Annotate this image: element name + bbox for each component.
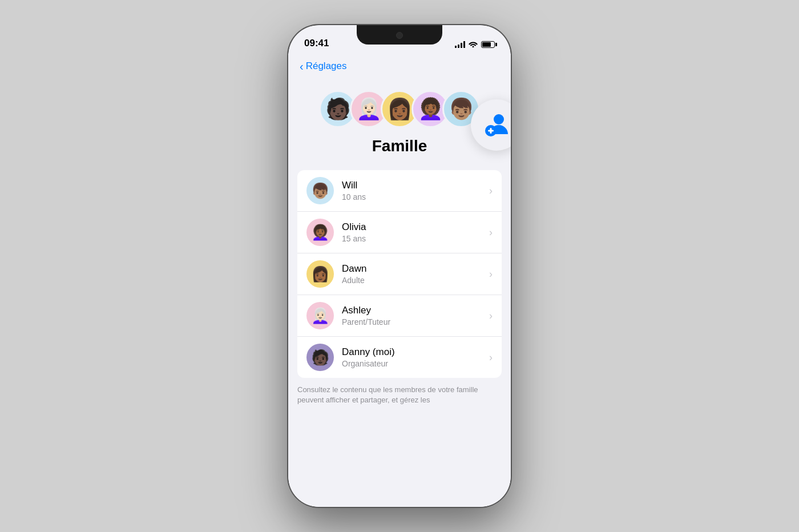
back-label: Réglages xyxy=(306,61,347,72)
member-item-danny[interactable]: 🧑🏿 Danny (moi) Organisateur › xyxy=(297,337,502,378)
family-avatars: 🧑🏿 👩🏻‍🦳 👩🏾 👩🏾‍🦱 👦🏽 xyxy=(319,90,480,128)
svg-point-0 xyxy=(494,114,504,124)
member-item-olivia[interactable]: 👩🏾‍🦱 Olivia 15 ans › xyxy=(297,212,502,253)
wifi-icon xyxy=(469,40,478,49)
camera xyxy=(396,32,403,39)
member-name-danny: Danny (moi) xyxy=(342,346,489,358)
scene: 09:41 xyxy=(0,0,799,532)
member-name-dawn: Dawn xyxy=(342,263,489,275)
member-avatar-olivia: 👩🏾‍🦱 xyxy=(306,219,334,246)
member-name-will: Will xyxy=(342,179,489,192)
member-role-olivia: 15 ans xyxy=(342,233,489,244)
chevron-icon-olivia: › xyxy=(489,227,493,239)
battery-icon xyxy=(481,41,495,48)
chevron-icon-danny: › xyxy=(489,352,493,364)
member-name-ashley: Ashley xyxy=(342,304,489,317)
member-list: 👦🏽 Will 10 ans › 👩🏾‍🦱 Olivia 15 ans xyxy=(297,170,502,378)
member-info-will: Will 10 ans xyxy=(342,179,489,202)
phone-frame: 09:41 xyxy=(288,25,511,507)
member-avatar-ashley: 👩🏻‍🦳 xyxy=(306,302,334,329)
member-role-ashley: Parent/Tuteur xyxy=(342,317,489,327)
notch xyxy=(357,25,442,45)
member-item-dawn[interactable]: 👩🏾 Dawn Adulte › xyxy=(297,253,502,295)
screen: 09:41 xyxy=(288,25,511,507)
member-item-will[interactable]: 👦🏽 Will 10 ans › xyxy=(297,170,502,212)
member-role-will: 10 ans xyxy=(342,192,489,202)
member-name-olivia: Olivia xyxy=(342,221,489,233)
member-info-danny: Danny (moi) Organisateur xyxy=(342,346,489,369)
chevron-icon-will: › xyxy=(489,185,493,197)
member-role-dawn: Adulte xyxy=(342,275,489,285)
member-item-ashley[interactable]: 👩🏻‍🦳 Ashley Parent/Tuteur › xyxy=(297,295,502,337)
status-time: 09:41 xyxy=(304,38,329,49)
chevron-icon-ashley: › xyxy=(489,310,493,322)
footer-text: Consultez le contenu que les membres de … xyxy=(288,378,511,412)
add-person-icon xyxy=(482,110,511,140)
nav-bar: ‹ Réglages xyxy=(288,54,511,79)
status-icons xyxy=(455,40,495,49)
member-info-ashley: Ashley Parent/Tuteur xyxy=(342,304,489,327)
chevron-icon-dawn: › xyxy=(489,268,493,280)
member-info-dawn: Dawn Adulte xyxy=(342,263,489,285)
back-chevron-icon: ‹ xyxy=(300,61,304,72)
member-avatar-will: 👦🏽 xyxy=(306,177,334,204)
back-button[interactable]: ‹ Réglages xyxy=(300,61,347,72)
family-title: Famille xyxy=(372,137,427,155)
member-avatar-dawn: 👩🏾 xyxy=(306,260,334,288)
member-avatar-danny: 🧑🏿 xyxy=(306,344,334,371)
signal-icon xyxy=(455,41,465,48)
member-role-danny: Organisateur xyxy=(342,358,489,369)
member-info-olivia: Olivia 15 ans xyxy=(342,221,489,244)
svg-rect-3 xyxy=(490,128,492,134)
